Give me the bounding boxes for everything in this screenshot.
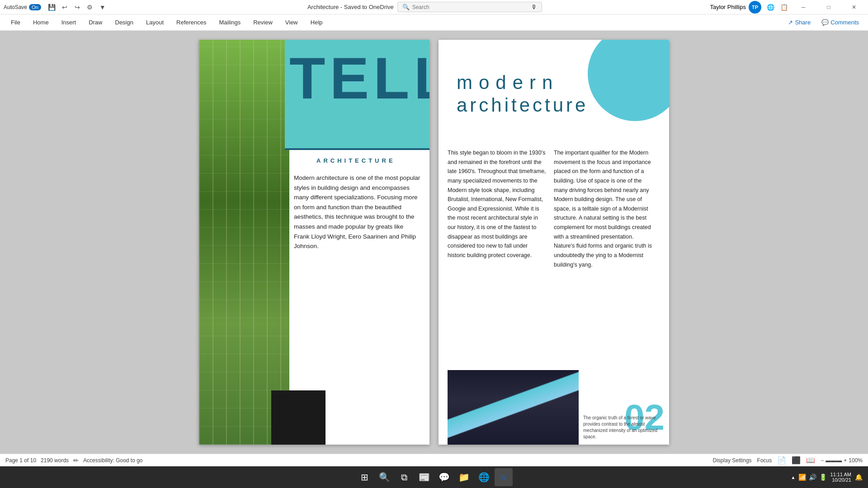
ribbon-icon[interactable]: 📋 xyxy=(779,3,788,12)
taskbar: ⊞ 🔍 ⧉ 📰 💬 📁 🌐 W ▲ 📶 🔊 🔋 11:11 AM 10/20/2… xyxy=(0,466,868,488)
clock-date: 10/20/21 xyxy=(830,477,851,483)
page-title: modern architecture xyxy=(457,71,588,117)
start-button[interactable]: ⊞ xyxy=(355,468,373,486)
title-bar-icons: 💾 ↩ ↪ ⚙ ▼ xyxy=(47,3,107,12)
word-count: 2190 words xyxy=(41,457,69,464)
menu-home[interactable]: Home xyxy=(28,16,54,28)
menu-insert[interactable]: Insert xyxy=(56,16,82,28)
horizontal-divider xyxy=(285,148,429,150)
notifications-button[interactable]: 🔔 xyxy=(855,474,863,481)
comment-icon: 💬 xyxy=(821,19,829,26)
zoom-slider[interactable]: ▬▬▬ xyxy=(826,457,842,464)
menu-draw[interactable]: Draw xyxy=(83,16,108,28)
title-line2: architecture xyxy=(457,94,588,117)
arch-photo xyxy=(448,370,579,445)
menu-layout[interactable]: Layout xyxy=(141,16,169,28)
widgets-button[interactable]: 📰 xyxy=(415,468,433,486)
save-icon[interactable]: 💾 xyxy=(47,3,57,12)
accessibility-status[interactable]: Accessibility: Good to go xyxy=(83,457,142,464)
zoom-in-button[interactable]: + xyxy=(844,457,847,464)
cyan-circle-decoration xyxy=(588,40,669,121)
menu-help[interactable]: Help xyxy=(305,16,328,28)
menu-view[interactable]: View xyxy=(280,16,303,28)
minimize-button[interactable]: ─ xyxy=(793,0,814,14)
layout-icon-read[interactable]: 📖 xyxy=(806,456,815,465)
autosave-badge: AutoSave On xyxy=(4,4,41,10)
user-name: Taylor Phillips xyxy=(710,4,746,10)
main-area: TELL ARCHITECTURE Modern architecture is… xyxy=(0,31,868,454)
globe-icon[interactable]: 🌐 xyxy=(766,3,775,12)
network-icon[interactable]: 📶 xyxy=(798,474,806,481)
arch-photo-inner xyxy=(448,370,579,445)
close-button[interactable]: ✕ xyxy=(844,0,864,14)
comments-button[interactable]: 💬 Comments xyxy=(818,18,863,27)
word-button[interactable]: W xyxy=(495,468,513,486)
maximize-button[interactable]: □ xyxy=(818,0,839,14)
share-button[interactable]: ↗ Share xyxy=(784,18,814,27)
right-col-right-text: The important qualifier for the Modern m… xyxy=(554,148,653,269)
right-doc-page: modern architecture This style began to … xyxy=(439,40,669,445)
edit-indicator: ✏ xyxy=(73,457,79,464)
user-info: Taylor Phillips TP xyxy=(710,1,761,14)
display-settings[interactable]: Display Settings xyxy=(713,457,752,464)
layout-icon-print[interactable]: 📄 xyxy=(777,456,786,465)
building-graphic xyxy=(199,40,289,445)
black-decorative-square xyxy=(271,390,326,445)
task-view-button[interactable]: ⧉ xyxy=(395,468,413,486)
title-bar: AutoSave On 💾 ↩ ↪ ⚙ ▼ Architecture - Sav… xyxy=(0,0,868,14)
status-bar: Page 1 of 10 2190 words ✏ Accessibility:… xyxy=(0,454,868,466)
share-icon: ↗ xyxy=(788,19,793,26)
focus-button[interactable]: Focus xyxy=(757,457,772,464)
explorer-button[interactable]: 📁 xyxy=(455,468,473,486)
taskbar-center: ⊞ 🔍 ⧉ 📰 💬 📁 🌐 W xyxy=(355,468,513,486)
title-line1: modern xyxy=(457,71,588,94)
menu-file[interactable]: File xyxy=(5,16,26,28)
page-info: Page 1 of 10 xyxy=(5,457,36,464)
customize-icon[interactable]: ⚙ xyxy=(85,3,94,12)
autosave-toggle[interactable]: On xyxy=(29,4,41,10)
title-bar-left: AutoSave On 💾 ↩ ↪ ⚙ ▼ xyxy=(4,3,139,12)
menu-bar: File Home Insert Draw Design Layout Refe… xyxy=(0,14,868,31)
menu-references[interactable]: References xyxy=(171,16,212,28)
doc-title: Architecture - Saved to OneDrive xyxy=(307,4,394,10)
avatar: TP xyxy=(749,1,761,14)
layout-icon-web[interactable]: ⬛ xyxy=(792,456,801,465)
zoom-out-button[interactable]: − xyxy=(821,457,824,464)
taskbar-right: ▲ 📶 🔊 🔋 11:11 AM 10/20/21 🔔 xyxy=(791,472,863,483)
menu-mailings[interactable]: Mailings xyxy=(214,16,246,28)
clock-time: 11:11 AM xyxy=(830,472,851,477)
status-left: Page 1 of 10 2190 words ✏ Accessibility:… xyxy=(5,457,143,464)
right-col-left-text: This style began to bloom in the 1930's … xyxy=(448,148,547,260)
search-bar[interactable]: 🔍 🎙 xyxy=(397,2,542,12)
search-taskbar-button[interactable]: 🔍 xyxy=(375,468,393,486)
search-icon: 🔍 xyxy=(402,4,410,10)
menu-review[interactable]: Review xyxy=(248,16,278,28)
comments-label: Comments xyxy=(830,19,859,26)
left-doc-page: TELL ARCHITECTURE Modern architecture is… xyxy=(199,40,429,445)
menu-design[interactable]: Design xyxy=(110,16,139,28)
system-tray-icons: ▲ 📶 🔊 🔋 xyxy=(791,474,827,481)
expand-icon[interactable]: ▼ xyxy=(98,3,107,12)
battery-icon[interactable]: 🔋 xyxy=(819,474,827,481)
zoom-level: 100% xyxy=(849,457,863,464)
undo-icon[interactable]: ↩ xyxy=(60,3,69,12)
chat-button[interactable]: 💬 xyxy=(435,468,453,486)
building-image xyxy=(199,40,289,445)
left-body-text: Modern architecture is one of the most p… xyxy=(294,173,420,251)
title-bar-right: Taylor Phillips TP 🌐 📋 ─ □ ✕ xyxy=(710,0,864,14)
redo-icon[interactable]: ↪ xyxy=(73,3,82,12)
expand-tray-icon[interactable]: ▲ xyxy=(791,475,796,480)
photo-caption: The organic truth of a forest or wave pr… xyxy=(583,415,662,440)
title-bar-center: Architecture - Saved to OneDrive 🔍 🎙 xyxy=(139,2,710,12)
teal-header-block: TELL xyxy=(285,40,429,148)
autosave-label: AutoSave xyxy=(4,4,27,10)
search-input[interactable] xyxy=(412,4,528,10)
zoom-control[interactable]: − ▬▬▬ + 100% xyxy=(821,457,863,464)
architecture-label: ARCHITECTURE xyxy=(316,157,396,164)
share-label: Share xyxy=(795,19,811,26)
taskbar-clock[interactable]: 11:11 AM 10/20/21 xyxy=(830,472,851,483)
volume-icon[interactable]: 🔊 xyxy=(809,474,816,481)
tell-text: TELL xyxy=(289,49,429,108)
mic-icon: 🎙 xyxy=(531,4,537,10)
edge-button[interactable]: 🌐 xyxy=(475,468,493,486)
